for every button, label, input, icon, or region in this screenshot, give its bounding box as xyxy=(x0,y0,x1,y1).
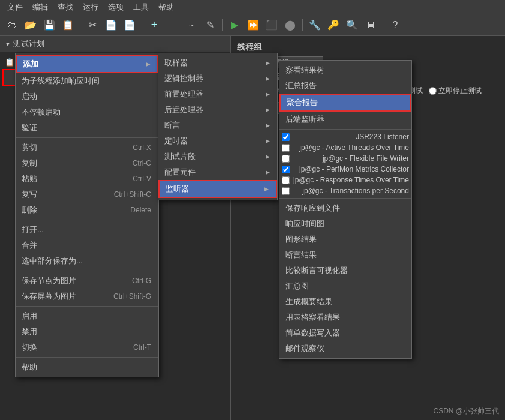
ctx3-jsr223[interactable]: JSR223 Listener xyxy=(279,131,411,142)
ctx2-logic[interactable]: 逻辑控制器 xyxy=(158,71,277,86)
ctx-disable[interactable]: 禁用 xyxy=(16,324,158,340)
toolbar-search[interactable]: 🔍 xyxy=(344,17,360,34)
ctx3-flexible-writer[interactable]: jp@gc - Flexible File Writer xyxy=(279,153,411,164)
ctx2-assert[interactable]: 断言 xyxy=(158,118,277,133)
ctx-save-screen[interactable]: 保存屏幕为图片 Ctrl+Shift-G xyxy=(16,289,158,304)
ctx3-result-tree[interactable]: 察看结果树 xyxy=(279,62,411,78)
ctx3-response-times[interactable]: jp@gc - Response Times Over Time xyxy=(279,175,411,185)
sep2 xyxy=(142,19,142,31)
ctx-save-selection[interactable]: 选中部分保存为... xyxy=(16,253,158,269)
ctx3-transactions[interactable]: jp@gc - Transactions per Second xyxy=(279,185,411,196)
toolbar-remote[interactable]: 🖥 xyxy=(362,17,379,34)
ctx3-compare-visualizer[interactable]: 比较断言可视化器 xyxy=(279,263,411,278)
ctx3-backend[interactable]: 后端监听器 xyxy=(279,112,411,127)
ctx3-summary-label: 汇总报告 xyxy=(285,80,317,91)
ctx3-graph-results-label: 图形结果 xyxy=(285,234,317,245)
ctx3-generate-summary[interactable]: 生成概要结果 xyxy=(279,294,411,310)
ctx3-mail-viewer[interactable]: 邮件观察仪 xyxy=(279,341,411,356)
ctx3-graph-results[interactable]: 图形结果 xyxy=(279,232,411,247)
ctx-cut[interactable]: 剪切 Ctrl-X xyxy=(16,140,158,155)
ctx2-pre[interactable]: 前置处理器 xyxy=(158,86,277,102)
ctx3-assert-results[interactable]: 断言结果 xyxy=(279,247,411,263)
ctx-help[interactable]: 帮助 xyxy=(16,359,158,375)
toolbar-config[interactable]: 🔧 xyxy=(306,17,323,34)
ctx-sep-5 xyxy=(16,357,158,358)
ctx-sep-1 xyxy=(16,137,158,138)
ctx-paste[interactable]: 粘贴 Ctrl-V xyxy=(16,171,158,187)
ctx3-perfmon-check[interactable] xyxy=(282,166,290,173)
ctx2-timer[interactable]: 定时器 xyxy=(158,133,277,149)
toolbar-copy[interactable]: 📄 xyxy=(103,17,119,34)
ctx2-assert-label: 断言 xyxy=(164,120,180,131)
toolbar-start[interactable]: ▶ xyxy=(226,17,243,34)
ctx3-active-threads[interactable]: jp@gc - Active Threads Over Time xyxy=(279,142,411,153)
ctx2-post-label: 后置处理器 xyxy=(164,104,203,115)
ctx-start-no-pause-label: 不停顿启动 xyxy=(22,107,61,118)
ctx-enable[interactable]: 启用 xyxy=(16,308,158,324)
toolbar-save[interactable]: 💾 xyxy=(41,17,58,34)
ctx-copy[interactable]: 复制 Ctrl-C xyxy=(16,155,158,171)
ctx3-aggregate[interactable]: 聚合报告 xyxy=(279,94,411,112)
toolbar-help[interactable]: ? xyxy=(387,17,404,34)
ctx2-sampler[interactable]: 取样器 xyxy=(158,55,277,71)
ctx3-summary[interactable]: 汇总报告 xyxy=(279,78,411,94)
toolbar-remove[interactable]: — xyxy=(164,17,181,34)
ctx3-response-times-check[interactable] xyxy=(282,176,290,184)
ctx2-testfrag[interactable]: 测试片段 xyxy=(158,149,277,164)
ctx-open[interactable]: 打开... xyxy=(16,222,158,238)
radio-stop-now-input[interactable] xyxy=(429,87,437,95)
toolbar-clear[interactable]: ~ xyxy=(183,17,200,34)
toolbar-paste[interactable]: 📄 xyxy=(121,17,138,34)
menu-tools[interactable]: 工具 xyxy=(128,1,154,14)
toolbar-open[interactable]: 📂 xyxy=(22,17,39,34)
menubar: 文件 编辑 查找 运行 选项 工具 帮助 xyxy=(0,0,505,14)
toolbar-saveas[interactable]: 📋 xyxy=(59,17,76,34)
menu-help[interactable]: 帮助 xyxy=(154,1,179,14)
ctx-save-as-image[interactable]: 保存节点为图片 Ctrl-G xyxy=(16,273,158,289)
toolbar-cut[interactable]: ✂ xyxy=(84,17,101,34)
ctx-merge[interactable]: 合并 xyxy=(16,238,158,253)
menu-run[interactable]: 运行 xyxy=(78,1,103,14)
ctx3-jsr223-label: JSR223 Listener xyxy=(356,133,409,141)
ctx3-response-times-label: jp@gc - Response Times Over Time xyxy=(293,176,409,184)
toolbar-stop[interactable]: ⬛ xyxy=(263,17,280,34)
menu-find[interactable]: 查找 xyxy=(53,1,78,14)
ctx3-response-time-chart[interactable]: 响应时间图 xyxy=(279,216,411,232)
toolbar: 🗁 📂 💾 📋 ✂ 📄 📄 + — ~ ✎ ▶ ⏩ ⬛ ⬤ 🔧 🔑 🔍 🖥 ? xyxy=(0,14,505,36)
radio-stop-now[interactable]: 立即停止测试 xyxy=(429,86,482,96)
expand-icon: ▼ xyxy=(5,41,11,47)
ctx3-active-threads-check[interactable] xyxy=(282,144,290,152)
toolbar-edit[interactable]: ✎ xyxy=(202,17,218,34)
toolbar-add[interactable]: + xyxy=(146,17,163,34)
ctx3-summary-chart[interactable]: 汇总图 xyxy=(279,278,411,294)
ctx-add[interactable]: 添加 xyxy=(16,55,158,73)
ctx-start[interactable]: 启动 xyxy=(16,89,158,104)
ctx3-transactions-check[interactable] xyxy=(282,187,290,195)
ctx-delete[interactable]: 删除 Delete xyxy=(16,202,158,218)
ctx2-testfrag-label: 测试片段 xyxy=(164,151,196,162)
ctx2-post[interactable]: 后置处理器 xyxy=(158,102,277,118)
ctx3-simple-writer[interactable]: 简单数据写入器 xyxy=(279,325,411,341)
toolbar-shutdown[interactable]: ⬤ xyxy=(282,17,299,34)
ctx3-perfmon[interactable]: jp@gc - PerfMon Metrics Collector xyxy=(279,164,411,175)
ctx3-perfmon-label: jp@gc - PerfMon Metrics Collector xyxy=(299,165,409,173)
toolbar-key[interactable]: 🔑 xyxy=(325,17,342,34)
menu-file[interactable]: 文件 xyxy=(2,1,28,14)
ctx-add-response-time[interactable]: 为子线程添加响应时间 xyxy=(16,73,158,89)
menu-options[interactable]: 选项 xyxy=(103,1,128,14)
ctx2-listener[interactable]: 监听器 xyxy=(158,180,277,198)
ctx-start-no-pause[interactable]: 不停顿启动 xyxy=(16,104,158,120)
ctx-validate[interactable]: 验证 xyxy=(16,120,158,136)
ctx3-table-view[interactable]: 用表格察看结果 xyxy=(279,310,411,325)
ctx3-jsr223-check[interactable] xyxy=(282,133,290,141)
ctx-toggle[interactable]: 切换 Ctrl-T xyxy=(16,340,158,355)
menu-edit[interactable]: 编辑 xyxy=(28,1,53,14)
ctx-merge-label: 合并 xyxy=(22,240,37,251)
ctx2-config[interactable]: 配置元件 xyxy=(158,164,277,180)
toolbar-start-no-pause[interactable]: ⏩ xyxy=(245,17,261,34)
toolbar-new[interactable]: 🗁 xyxy=(4,17,20,34)
ctx3-flexible-writer-check[interactable] xyxy=(282,155,290,163)
tree-header: ▼ 测试计划 xyxy=(0,36,230,52)
ctx3-save-response[interactable]: 保存响应到文件 xyxy=(279,200,411,216)
ctx-duplicate[interactable]: 复写 Ctrl+Shift-C xyxy=(16,187,158,202)
